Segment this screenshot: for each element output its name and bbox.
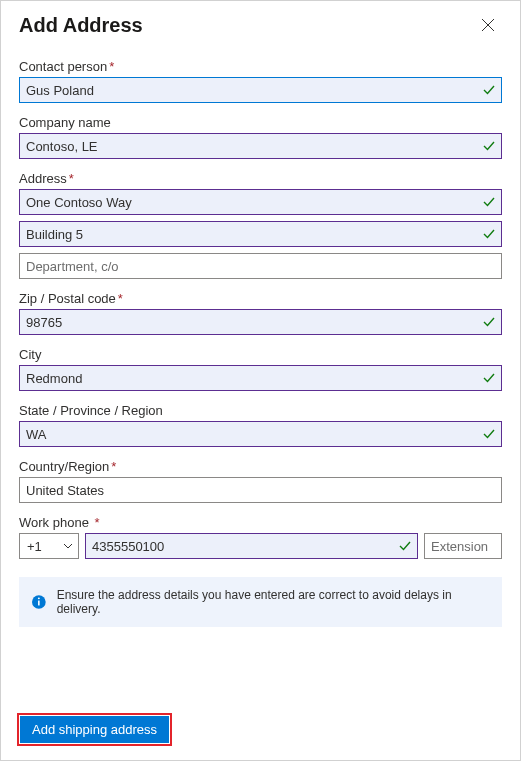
- field-address: Address*: [19, 171, 502, 279]
- field-zip: Zip / Postal code*: [19, 291, 502, 335]
- country-code-value: +1: [27, 539, 42, 554]
- address-line3-input[interactable]: [19, 253, 502, 279]
- field-country: Country/Region*: [19, 459, 502, 503]
- close-icon: [481, 18, 495, 32]
- field-city: City: [19, 347, 502, 391]
- field-state: State / Province / Region: [19, 403, 502, 447]
- city-input[interactable]: [19, 365, 502, 391]
- phone-number-input[interactable]: [85, 533, 418, 559]
- panel-title: Add Address: [19, 14, 143, 37]
- svg-point-2: [38, 597, 40, 599]
- add-address-panel: Add Address Contact person* Company name: [0, 0, 521, 761]
- phone-extension-input[interactable]: [424, 533, 502, 559]
- contact-person-input[interactable]: [19, 77, 502, 103]
- required-mark: *: [111, 459, 116, 474]
- zip-input[interactable]: [19, 309, 502, 335]
- country-input[interactable]: [19, 477, 502, 503]
- svg-rect-1: [38, 601, 40, 606]
- label-text: Zip / Postal code: [19, 291, 116, 306]
- required-mark: *: [109, 59, 114, 74]
- required-mark: *: [118, 291, 123, 306]
- required-mark: *: [69, 171, 74, 186]
- label-zip: Zip / Postal code*: [19, 291, 502, 306]
- company-input[interactable]: [19, 133, 502, 159]
- add-shipping-address-button[interactable]: Add shipping address: [20, 716, 169, 743]
- label-text: City: [19, 347, 41, 362]
- field-contact-person: Contact person*: [19, 59, 502, 103]
- state-input[interactable]: [19, 421, 502, 447]
- address-line2-input[interactable]: [19, 221, 502, 247]
- label-text: Address: [19, 171, 67, 186]
- label-phone: Work phone *: [19, 515, 502, 530]
- label-company: Company name: [19, 115, 502, 130]
- label-city: City: [19, 347, 502, 362]
- chevron-down-icon: [63, 541, 73, 551]
- address-line1-input[interactable]: [19, 189, 502, 215]
- tutorial-highlight: Add shipping address: [17, 713, 172, 746]
- info-message-box: Ensure the address details you have ente…: [19, 577, 502, 627]
- label-country: Country/Region*: [19, 459, 502, 474]
- field-phone: Work phone * +1: [19, 515, 502, 559]
- label-text: Work phone: [19, 515, 89, 530]
- label-contact-person: Contact person*: [19, 59, 502, 74]
- info-text: Ensure the address details you have ente…: [57, 588, 490, 616]
- label-text: Company name: [19, 115, 111, 130]
- panel-header: Add Address: [1, 1, 520, 39]
- country-code-select[interactable]: +1: [19, 533, 79, 559]
- label-address: Address*: [19, 171, 502, 186]
- close-button[interactable]: [474, 11, 502, 39]
- form-body: Contact person* Company name Address*: [1, 39, 520, 637]
- label-text: Country/Region: [19, 459, 109, 474]
- label-text: Contact person: [19, 59, 107, 74]
- panel-footer: Add shipping address: [1, 703, 520, 760]
- info-icon: [31, 594, 47, 610]
- field-company: Company name: [19, 115, 502, 159]
- label-state: State / Province / Region: [19, 403, 502, 418]
- required-mark: *: [91, 515, 100, 530]
- label-text: State / Province / Region: [19, 403, 163, 418]
